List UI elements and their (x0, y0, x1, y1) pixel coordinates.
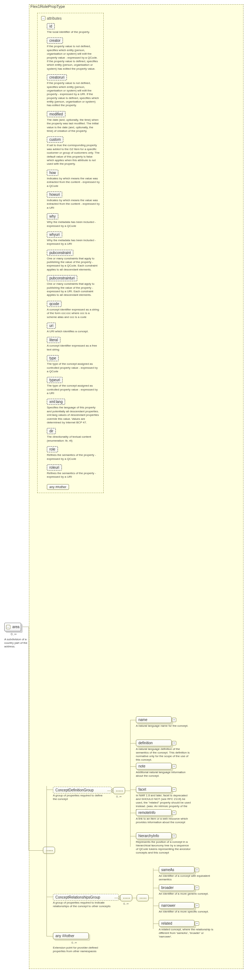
attributes-panel: – attributes idThe local identifier of t… (37, 13, 104, 493)
sequence-icon (120, 894, 132, 901)
connector (46, 936, 53, 936)
connector (29, 850, 43, 851)
type-title: Flex1RolePropType (30, 4, 65, 9)
attribute-name: creator (47, 38, 63, 44)
attribute-pubconstrainturi: pubconstrainturiOne or many constraints … (47, 275, 100, 297)
collapse-icon[interactable]: – (6, 625, 10, 629)
cdg-cardinality: 0..∞ (116, 795, 122, 798)
element-facet: facet+ (136, 786, 172, 793)
connector (130, 766, 136, 767)
attribute-description: A URI which identifies a concept. (47, 330, 100, 333)
connector (46, 789, 53, 790)
expand-icon[interactable]: + (172, 788, 176, 792)
attribute-description: Why the metadata has been included - exp… (47, 239, 100, 246)
attribute-name: roleuri (47, 465, 62, 471)
attribute-description: The type of the concept assigned as cont… (47, 362, 100, 373)
element-description: A natural language name for the concept. (136, 724, 191, 728)
attribute-creator: creatorIf the property value is not defi… (47, 38, 100, 71)
attribute-description: If the property value is not defined, sp… (47, 45, 100, 71)
attribute-name: pubconstraint (47, 250, 73, 256)
sequence-icon (113, 787, 125, 794)
attribute-why: whyWhy the metadata has been included - … (47, 213, 100, 228)
attribute-description: Refines the semantics of the property - … (47, 472, 100, 479)
element-definition: definition+ (136, 740, 172, 746)
attribute-literal: literalA concept identifier expressed as… (47, 337, 100, 352)
expand-icon[interactable]: + (195, 868, 199, 872)
attribute-name: role (47, 446, 58, 452)
connector (46, 897, 53, 897)
choice-icon (137, 894, 149, 901)
attribute-uri: uriA URI which identifies a concept. (47, 323, 100, 333)
element-description: A related concept, where the relationshi… (159, 928, 214, 939)
attribute-name: typeuri (47, 377, 62, 383)
expand-icon[interactable]: + (172, 811, 176, 815)
element-description: An identifier of a more specific concept… (159, 910, 214, 913)
attribute-name: creatoruri (47, 74, 67, 80)
element-broader: broader+ (159, 884, 195, 891)
attribute-name: pubconstrainturi (47, 275, 77, 281)
crg-cardinality: 0..∞ (123, 902, 129, 905)
element-description: Additional natural language information … (136, 771, 191, 778)
concept-definition-group: ConceptDefinitionGroup – (53, 787, 112, 794)
connector (153, 888, 159, 888)
attribute-name: how (47, 170, 58, 176)
expand-icon[interactable]: + (172, 718, 176, 722)
attribute-name: qcode (47, 301, 61, 307)
element-related: related+ (159, 920, 195, 927)
area-element: – area (4, 623, 21, 631)
attribute-name: uri (47, 323, 56, 329)
attribute-description: The type of the concept assigned as cont… (47, 384, 100, 395)
attributes-title: – attributes (41, 16, 100, 21)
connector (153, 868, 153, 929)
cdg-desc: A group of properties required to define… (53, 794, 107, 801)
connector (149, 898, 153, 898)
attribute-description: Specifies the language of this property … (47, 406, 100, 425)
attribute-roleuri: roleuriRefines the semantics of the prop… (47, 465, 100, 479)
attribute-name: whyuri (47, 232, 62, 238)
attribute-name: xml:lang (47, 399, 65, 405)
attribute-creatoruri: creatoruriIf the property value is not d… (47, 74, 100, 108)
collapse-icon[interactable]: – (41, 16, 45, 21)
connector (130, 720, 131, 847)
attribute-custom: customIf set to true the corresponding p… (47, 137, 100, 166)
attribute-name: type (47, 355, 59, 361)
expand-icon[interactable]: + (172, 741, 176, 745)
connector (21, 627, 29, 627)
element-sameAs: sameAs+ (159, 866, 195, 873)
expand-icon[interactable]: + (195, 921, 199, 926)
expand-icon[interactable]: + (172, 834, 176, 838)
connector (125, 791, 130, 791)
connector (130, 720, 136, 720)
attribute-how: howIndicates by which means the value wa… (47, 170, 100, 188)
attribute-id: idThe local identifier of the property. (47, 23, 100, 34)
attribute-description: If set to true the corresponding propert… (47, 144, 100, 166)
element-description: An identifier of a concept with equivale… (159, 874, 214, 881)
element-note: note+ (136, 763, 172, 770)
expand-icon[interactable]: + (195, 904, 199, 908)
attribute-description: The directionality of textual content (e… (47, 435, 100, 443)
attribute-dir: dirThe directionality of textual content… (47, 428, 100, 443)
connector (130, 813, 136, 813)
connector (46, 786, 47, 936)
connector (130, 743, 136, 743)
expand-icon[interactable]: + (195, 886, 199, 890)
connector (132, 898, 137, 898)
connector (153, 906, 159, 906)
attribute-description: The local identifier of the property. (47, 30, 100, 34)
schema-diagram-canvas: Flex1RolePropType – area 0..∞ A subdivis… (0, 0, 251, 980)
attribute-name: dir (47, 428, 56, 434)
area-cardinality: 0..∞ (11, 632, 16, 636)
attribute-name: literal (47, 337, 61, 343)
connector (130, 789, 136, 790)
attribute-description: The date (and, optionally, the time) whe… (47, 118, 100, 133)
connector (114, 898, 120, 898)
element-description: An identifier of a more generic concept. (159, 892, 214, 896)
area-label: area (12, 625, 19, 629)
any-other-attribute: any ##other (47, 484, 69, 490)
attribute-name: custom (47, 137, 63, 143)
crg-desc: A group of properties required to indica… (53, 901, 112, 908)
any-other-element: any ##other (53, 932, 89, 939)
expand-icon[interactable]: + (172, 764, 176, 768)
attribute-howuri: howuriIndicates by which means the value… (47, 191, 100, 210)
any-other-desc: Extension point for provider-defined pro… (53, 946, 107, 953)
